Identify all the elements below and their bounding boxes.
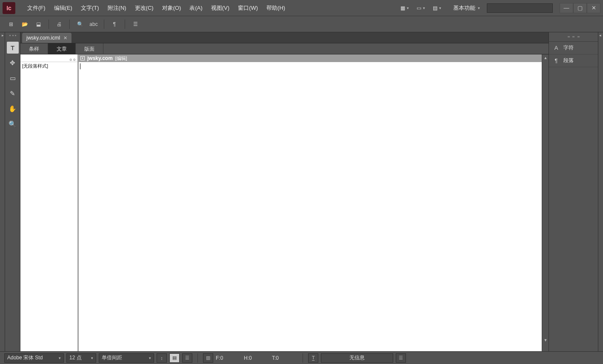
eyedropper-tool[interactable]: ✎: [7, 88, 19, 100]
spellcheck-icon: abc: [89, 21, 97, 27]
copyfit-h: H:0: [244, 355, 269, 361]
view-mode-tabs: 条样 文章 版面: [20, 43, 549, 54]
info-icon-box: T̲: [308, 353, 318, 363]
paragraph-style-column: 0 0 [无段落样式]: [20, 54, 79, 351]
close-button[interactable]: ✕: [587, 3, 600, 13]
paragraph-style-entry[interactable]: [无段落样式]: [20, 62, 77, 70]
menu-view[interactable]: 视图(V): [207, 3, 234, 14]
save-button[interactable]: ⬓: [32, 18, 44, 30]
chevron-down-icon: ▾: [59, 356, 61, 360]
font-family-select[interactable]: Adobe 宋体 Std ▾: [4, 353, 64, 363]
print-button[interactable]: 🖨: [53, 18, 65, 30]
hand-tool[interactable]: ✋: [7, 103, 19, 115]
copyfit-icon: ▥: [206, 355, 210, 361]
story-status-tag: [编辑]: [115, 55, 127, 62]
vertical-view-button[interactable]: ▤: [169, 353, 180, 363]
arrange-button[interactable]: ▭▾: [417, 5, 425, 11]
workspace-body: ▸ T ✥ ▭ ✎ ✋ 🔍 jwsky.com.icml ✕ 条样 文章 版面 …: [0, 32, 603, 351]
menu-lines-button[interactable]: ☰: [129, 18, 141, 30]
zoom-icon: 🔍: [9, 120, 17, 128]
menu-window[interactable]: 窗口(W): [234, 3, 262, 14]
app-logo[interactable]: Ic: [3, 2, 15, 14]
menu-file[interactable]: 文件(F): [23, 3, 50, 14]
open-button[interactable]: 📂: [19, 18, 31, 30]
spellcheck-button[interactable]: abc: [88, 18, 100, 30]
panel-handle[interactable]: [549, 32, 598, 42]
tab-galley[interactable]: 条样: [20, 43, 48, 54]
horizontal-view-button[interactable]: ↕: [157, 353, 167, 363]
maximize-button[interactable]: ▢: [573, 3, 587, 13]
scroll-up-arrow[interactable]: ▲: [542, 54, 549, 61]
copyfit-f: F:0: [216, 355, 241, 361]
document-tab[interactable]: jwsky.com.icml ✕: [22, 33, 71, 43]
tool-strip-handle[interactable]: [9, 35, 16, 37]
paragraph-panel[interactable]: ¶ 段落: [549, 54, 598, 67]
tab-layout[interactable]: 版面: [76, 43, 103, 54]
menu-changes[interactable]: 更改(C): [131, 3, 158, 14]
workspace-label: 基本功能: [453, 4, 475, 12]
separator: [49, 20, 49, 29]
menu-help[interactable]: 帮助(H): [262, 3, 289, 14]
workspace-switcher[interactable]: 基本功能 ▾: [450, 3, 483, 14]
copyfit-t: T:0: [272, 355, 297, 361]
story-name: jwsky.com: [87, 55, 113, 61]
text-caret: [80, 63, 80, 69]
font-family-value: Adobe 宋体 Std: [7, 354, 43, 361]
panel-label: 段落: [563, 57, 574, 64]
story-content-row: 0 0 [无段落样式] ▾ jwsky.com [编辑] ▲ ▼: [20, 54, 549, 351]
style-ruler: 0 0: [20, 54, 77, 62]
font-size-select[interactable]: 12 点 ▾: [66, 353, 96, 363]
menu-type[interactable]: 文字(T): [77, 3, 103, 14]
menu-object[interactable]: 对象(O): [158, 3, 186, 14]
resize-grip[interactable]: [542, 344, 549, 351]
character-icon: A: [553, 45, 559, 51]
search-input[interactable]: [487, 3, 553, 13]
disclosure-icon[interactable]: ▾: [80, 56, 85, 60]
document-tab-label: jwsky.com.icml: [26, 35, 60, 41]
note-icon: ▭: [10, 74, 16, 82]
close-icon[interactable]: ✕: [63, 35, 67, 41]
copyfit-icon-box: ▥: [203, 353, 213, 363]
grab-icon: ✋: [9, 105, 17, 113]
menu-notes[interactable]: 附注(N): [103, 3, 131, 14]
menu-edit[interactable]: 编辑(E): [50, 3, 77, 14]
screen-mode-button[interactable]: ▦▾: [400, 5, 409, 11]
story-editor[interactable]: ▾ jwsky.com [编辑]: [79, 54, 542, 351]
type-tool[interactable]: T: [7, 42, 19, 54]
save-icon: ⬓: [36, 21, 41, 27]
story-header[interactable]: ▾ jwsky.com [编辑]: [79, 54, 542, 62]
vertical-scrollbar[interactable]: ▲ ▼: [542, 54, 549, 351]
hand-move-tool[interactable]: ✥: [7, 57, 19, 69]
right-dock-rail[interactable]: ◂: [598, 32, 603, 351]
lines-icon: ☰: [399, 355, 403, 361]
search-icon: 🔍: [77, 21, 83, 27]
show-hidden-button[interactable]: ¶: [109, 18, 120, 30]
view-options-button[interactable]: ▤▾: [433, 5, 441, 11]
lines-icon: ☰: [185, 355, 189, 361]
chevron-down-icon: ▾: [407, 6, 409, 10]
zoom-tool[interactable]: 🔍: [7, 118, 19, 130]
chevron-down-icon: ▾: [439, 6, 441, 10]
character-panel[interactable]: A 字符: [549, 42, 598, 54]
find-button[interactable]: 🔍: [74, 18, 86, 30]
info-field: 无信息: [321, 353, 393, 363]
lines-icon: ☰: [133, 21, 138, 27]
grid-icon: ▤: [433, 5, 437, 11]
note-tool[interactable]: ▭: [7, 72, 19, 84]
leading-value: 单倍间距: [102, 354, 122, 361]
left-dock-rail[interactable]: ▸: [0, 32, 5, 351]
options-button[interactable]: ☰: [182, 353, 192, 363]
minimize-button[interactable]: —: [560, 3, 573, 13]
leading-select[interactable]: 单倍间距 ▾: [99, 353, 154, 363]
status-bar: Adobe 宋体 Std ▾ 12 点 ▾ 单倍间距 ▾ ↕ ▤ ☰ ▥ F:0…: [0, 351, 603, 364]
ruler-mark: 0 0: [70, 58, 76, 62]
tab-story[interactable]: 文章: [48, 43, 76, 54]
document-tabs: jwsky.com.icml ✕: [20, 32, 549, 43]
new-button[interactable]: ⊞: [5, 18, 17, 30]
horizontal-icon: ↕: [160, 355, 163, 361]
story-text-area[interactable]: [79, 62, 542, 351]
menu-table[interactable]: 表(A): [185, 3, 206, 14]
info-options-button[interactable]: ☰: [396, 353, 406, 363]
scroll-down-arrow[interactable]: ▼: [542, 337, 549, 344]
separator: [69, 20, 70, 29]
